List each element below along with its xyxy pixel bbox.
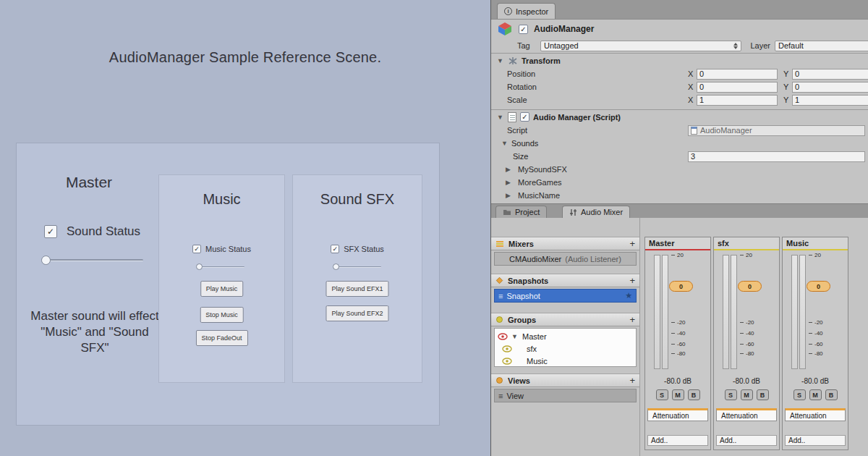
tag-dropdown[interactable]: Untagged bbox=[540, 41, 741, 51]
bypass-button[interactable]: B bbox=[825, 389, 838, 400]
music-status-checkbox[interactable]: ✓ bbox=[192, 245, 201, 253]
attenuation-effect-slot[interactable]: Attenuation bbox=[785, 408, 846, 421]
mute-button[interactable]: M bbox=[672, 389, 684, 400]
stop-fadeout-button[interactable]: Stop FadeOut bbox=[195, 330, 247, 346]
add-mixer-button[interactable]: + bbox=[629, 238, 635, 249]
add-group-button[interactable]: + bbox=[629, 314, 635, 325]
size-field[interactable]: 3 bbox=[688, 151, 865, 162]
checkmark-icon: ✓ bbox=[520, 25, 526, 33]
view-row[interactable]: ≡ View bbox=[494, 389, 637, 402]
inspector-tabbar: i Inspector bbox=[491, 0, 868, 20]
tab-audio-mixer-label: Audio Mixer bbox=[581, 208, 623, 216]
eye-icon[interactable] bbox=[498, 333, 508, 340]
foldout-icon[interactable]: ▼ bbox=[497, 57, 504, 64]
music-volume-slider[interactable] bbox=[197, 266, 244, 268]
solo-button[interactable]: S bbox=[725, 389, 737, 400]
volume-fader-handle[interactable]: 0 bbox=[669, 281, 693, 292]
foldout-closed-icon[interactable]: ▶ bbox=[506, 179, 513, 186]
transform-title: Transform bbox=[522, 56, 561, 65]
strip-music[interactable]: Music 20 -20 -40 -60 -80 0 bbox=[782, 237, 848, 450]
foldout-icon[interactable]: ▼ bbox=[501, 140, 509, 147]
strip-title[interactable]: sfx bbox=[714, 237, 779, 249]
script-object-field[interactable]: AudioManager bbox=[688, 125, 865, 136]
play-sound-efx1-button[interactable]: Play Sound EFX1 bbox=[326, 281, 388, 297]
sounds-label: Sounds bbox=[511, 139, 538, 148]
mute-button[interactable]: M bbox=[741, 389, 753, 400]
sfx-volume-slider[interactable] bbox=[333, 266, 381, 268]
sound-element-row[interactable]: ▶ MySoundSFX bbox=[491, 163, 868, 176]
tab-audio-mixer[interactable]: Audio Mixer bbox=[562, 206, 630, 218]
sound-element-label: MySoundSFX bbox=[518, 165, 567, 174]
attenuation-effect-slot[interactable]: Attenuation bbox=[716, 408, 777, 421]
mute-button[interactable]: M bbox=[809, 389, 822, 400]
solo-button[interactable]: S bbox=[793, 389, 806, 400]
smb-buttons: S M B bbox=[714, 389, 779, 400]
smb-buttons: S M B bbox=[645, 389, 710, 400]
volume-fader-handle[interactable]: 0 bbox=[807, 281, 830, 292]
gameobject-active-checkbox[interactable]: ✓ bbox=[519, 25, 528, 34]
foldout-closed-icon[interactable]: ▶ bbox=[506, 192, 513, 199]
snapshot-name: Snapshot bbox=[506, 292, 540, 300]
stop-music-button[interactable]: Stop Music bbox=[200, 307, 244, 323]
sfx-status-checkbox[interactable]: ✓ bbox=[331, 245, 339, 253]
audio-mixer-window: Mixers + CMAudioMixer (Audio Listener) S… bbox=[491, 218, 868, 456]
group-row-music[interactable]: Music bbox=[495, 355, 636, 367]
add-view-button[interactable]: + bbox=[629, 375, 635, 386]
play-music-button[interactable]: Play Music bbox=[200, 281, 244, 297]
foldout-icon[interactable]: ▼ bbox=[497, 114, 504, 121]
transform-header[interactable]: ▼ Transform bbox=[491, 54, 868, 67]
attenuation-db-value: -80.0 dB bbox=[645, 377, 710, 385]
mixer-asset-name: CMAudioMixer bbox=[509, 255, 561, 263]
sounds-foldout-row[interactable]: ▼ Sounds bbox=[491, 137, 868, 150]
bypass-button[interactable]: B bbox=[757, 389, 769, 400]
sfx-slider-knob[interactable] bbox=[333, 263, 339, 270]
bypass-button[interactable]: B bbox=[688, 389, 700, 400]
checkmark-icon: ✓ bbox=[194, 245, 200, 253]
add-effect-button[interactable]: Add.. bbox=[647, 435, 708, 446]
sound-element-label: MoreGames bbox=[518, 178, 562, 187]
mixer-asset-row[interactable]: CMAudioMixer (Audio Listener) bbox=[494, 252, 637, 266]
position-y-field[interactable]: 0 bbox=[792, 69, 868, 80]
default-snapshot-star-icon[interactable]: ★ bbox=[625, 291, 632, 300]
sound-status-checkbox[interactable]: ✓ bbox=[44, 225, 57, 238]
layer-dropdown[interactable]: Default bbox=[775, 41, 868, 51]
audio-manager-component-header[interactable]: ▼ ✓ Audio Manager (Script) bbox=[491, 110, 868, 124]
snapshot-row-selected[interactable]: ≡ Snapshot ★ bbox=[494, 289, 637, 303]
scale-x-field[interactable]: 1 bbox=[697, 95, 778, 106]
meter-zone: 20 -20 -40 -60 -80 0 bbox=[645, 253, 710, 373]
foldout-icon[interactable]: ▼ bbox=[511, 333, 519, 340]
rotation-x-field[interactable]: 0 bbox=[697, 82, 778, 93]
volume-fader-handle[interactable]: 0 bbox=[738, 281, 762, 292]
rotation-y-field[interactable]: 0 bbox=[792, 82, 868, 93]
gameobject-name-field[interactable]: AudioManager bbox=[534, 24, 594, 34]
eye-icon[interactable] bbox=[502, 345, 512, 352]
attenuation-effect-slot[interactable]: Attenuation bbox=[647, 408, 708, 421]
position-x-field[interactable]: 0 bbox=[697, 69, 778, 80]
tab-inspector[interactable]: i Inspector bbox=[497, 3, 556, 19]
tab-project-label: Project bbox=[515, 208, 540, 216]
sound-element-row[interactable]: ▶ MusicName bbox=[491, 189, 868, 202]
add-effect-button[interactable]: Add.. bbox=[716, 435, 777, 446]
sound-element-row[interactable]: ▶ MoreGames bbox=[491, 176, 868, 189]
master-volume-slider[interactable] bbox=[42, 259, 143, 261]
play-sound-efx2-button[interactable]: Play Sound EFX2 bbox=[326, 305, 388, 321]
group-row-sfx[interactable]: sfx bbox=[495, 342, 636, 355]
solo-button[interactable]: S bbox=[656, 389, 668, 400]
strip-sfx[interactable]: sfx 20 -20 -40 -60 -80 0 bbox=[713, 237, 780, 450]
eye-icon[interactable] bbox=[502, 358, 512, 365]
group-row-master[interactable]: ▼ Master bbox=[495, 330, 636, 342]
checkmark-icon: ✓ bbox=[332, 245, 338, 253]
strip-master[interactable]: Master 20 -20 -40 -60 -80 0 bbox=[644, 237, 711, 450]
groups-tree: ▼ Master sfx bbox=[494, 328, 637, 367]
scale-y-field[interactable]: 1 bbox=[792, 95, 868, 106]
foldout-closed-icon[interactable]: ▶ bbox=[506, 166, 513, 173]
music-slider-knob[interactable] bbox=[196, 263, 203, 270]
strip-title[interactable]: Master bbox=[645, 237, 710, 249]
add-snapshot-button[interactable]: + bbox=[629, 275, 635, 286]
master-slider-knob[interactable] bbox=[41, 256, 51, 265]
component-enabled-checkbox[interactable]: ✓ bbox=[520, 112, 529, 122]
audio-mixer-icon bbox=[569, 208, 577, 216]
add-effect-button[interactable]: Add.. bbox=[785, 435, 846, 446]
strip-title[interactable]: Music bbox=[783, 237, 848, 249]
tab-project[interactable]: Project bbox=[495, 206, 547, 218]
